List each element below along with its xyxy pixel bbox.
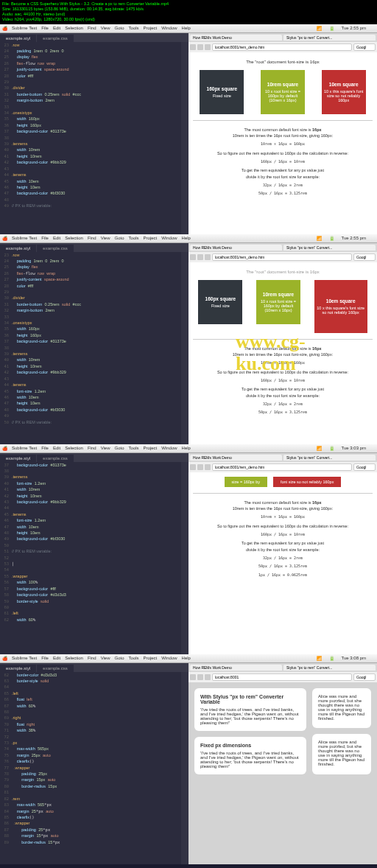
line-gutter: 23 24 25 26 27 28 29 30 31 32 33 34 35 3… bbox=[0, 42, 10, 209]
card-fixed: Fixed px dimensions'I've tried the roots… bbox=[194, 737, 306, 774]
back-icon[interactable] bbox=[190, 44, 196, 50]
square-160px: 160px squareFixed size bbox=[200, 70, 244, 114]
apple-icon[interactable]: 🍎 bbox=[2, 26, 7, 31]
tab-css[interactable]: example.css bbox=[37, 35, 73, 42]
code-area[interactable]: .row padding 1rem 0 2rem 0 display flex … bbox=[12, 42, 81, 209]
wifi-icon[interactable]: 📶 bbox=[317, 26, 322, 31]
tab-styl[interactable]: example.styl bbox=[0, 35, 36, 42]
screenshot-1: 🍎 Sublime Text FileEditSelectionFindView… bbox=[0, 24, 377, 234]
reload-icon[interactable] bbox=[205, 44, 211, 50]
editor-pane[interactable]: example.stylexample.css 23 24 25 26 27 2… bbox=[0, 33, 188, 234]
forward-icon[interactable] bbox=[197, 44, 203, 50]
browser-pane: How REMs Work DemoStylus "px to rem" Con… bbox=[188, 33, 377, 234]
screenshot-2: 🍎Sublime TextFileEditSelectionFindViewGo… bbox=[0, 234, 377, 444]
clock[interactable]: Tue 2:55 pm bbox=[342, 26, 366, 31]
card-side-2: Alice was more and more puzzled, but she… bbox=[312, 734, 371, 774]
square-10rem: 10rem square10 x root font size = 160px … bbox=[261, 70, 305, 114]
card-side-1: Alice was more and more puzzled, but she… bbox=[312, 688, 371, 729]
screenshot-4: 🍎Sublime TextFileEditSelectionFindViewGo… bbox=[0, 654, 377, 864]
file-header: File: Become a CSS Superhero With Stylus… bbox=[0, 0, 377, 24]
partial-red: font size so not reliably 160px bbox=[273, 477, 341, 487]
battery-icon[interactable]: 🔋 bbox=[329, 26, 334, 31]
screenshot-3: 🍎Sublime TextFileEditSelectionFindViewGo… bbox=[0, 444, 377, 654]
app-name: Sublime Text bbox=[12, 26, 37, 30]
square-10em: 10em square10 x this square's font size … bbox=[322, 70, 366, 114]
menu-extras: 📶🔋Tue 2:55 pm bbox=[317, 26, 370, 31]
menubar[interactable]: 🍎 Sublime Text FileEditSelectionFindView… bbox=[0, 24, 377, 33]
partial-green: size = 160px by bbox=[225, 477, 267, 487]
squares-row: 160px squareFixed size 10rem square10 x … bbox=[193, 70, 373, 114]
browser-tabs[interactable]: How REMs Work DemoStylus "px to rem" Con… bbox=[188, 33, 377, 42]
address-bar[interactable]: localhost:8001/rem_demo.htmGoogl bbox=[188, 42, 377, 52]
editor-tabs[interactable]: example.stylexample.css bbox=[0, 33, 188, 42]
search-field[interactable]: Googl bbox=[353, 43, 376, 51]
url-field[interactable]: localhost:8001/rem_demo.htm bbox=[212, 43, 352, 51]
minimap[interactable] bbox=[181, 42, 188, 243]
page-content: The "root" document font-size is 16px 16… bbox=[188, 52, 377, 234]
cards-container: With Stylus "px to rem" Converter Variab… bbox=[188, 682, 377, 780]
card-stylus: With Stylus "px to rem" Converter Variab… bbox=[194, 688, 306, 731]
